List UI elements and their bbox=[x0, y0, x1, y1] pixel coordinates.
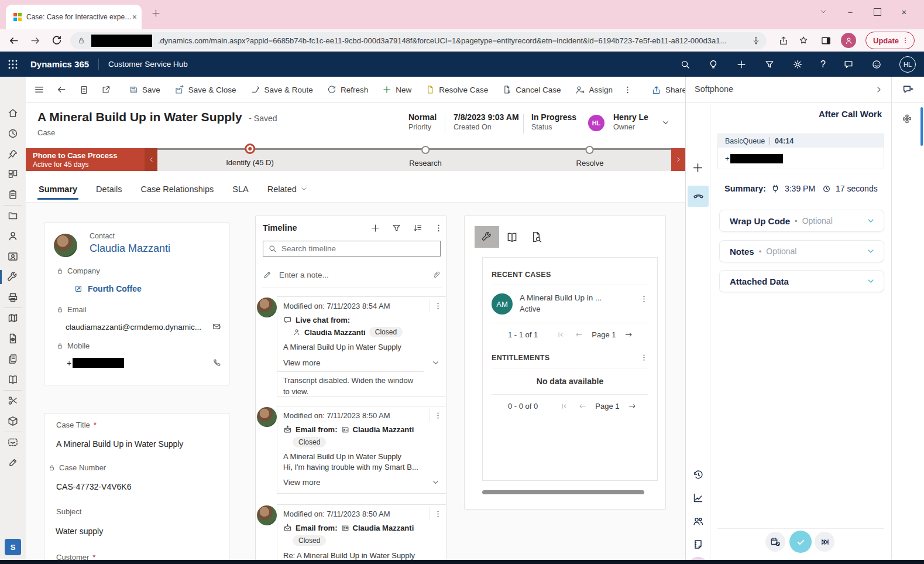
sidebar-item-knowledge-search-icon[interactable] bbox=[7, 333, 19, 344]
plugin-puzzle-icon[interactable] bbox=[901, 113, 913, 125]
new-button[interactable]: New bbox=[375, 77, 418, 103]
bpf-scroll-left-button[interactable] bbox=[145, 148, 157, 171]
tab-summary[interactable]: Summary bbox=[37, 179, 78, 200]
favorite-star-icon[interactable] bbox=[798, 35, 809, 46]
next-page-icon[interactable] bbox=[624, 330, 633, 339]
filter-icon[interactable] bbox=[764, 59, 775, 70]
sidebar-item-entitlements-icon[interactable] bbox=[7, 395, 19, 406]
chevron-down-icon[interactable] bbox=[431, 478, 440, 487]
timeline-entry-email[interactable]: Modified on: 7/11/2023 8:50 AM Email fro… bbox=[277, 504, 446, 560]
schedule-callback-button[interactable] bbox=[765, 532, 785, 552]
back-icon[interactable] bbox=[8, 35, 19, 46]
attached-data-accordion[interactable]: Attached Data bbox=[719, 270, 884, 292]
bpf-stage-identify[interactable]: Identify (45 D) bbox=[226, 143, 274, 167]
split-screen-icon[interactable] bbox=[820, 35, 832, 46]
open-in-new-icon[interactable] bbox=[98, 77, 114, 103]
paperclip-icon[interactable] bbox=[431, 270, 441, 279]
bpf-stage-research[interactable]: Research bbox=[409, 146, 442, 168]
sidebar-item-inbox-icon[interactable] bbox=[7, 436, 19, 448]
sidebar-item-activities-icon[interactable] bbox=[7, 189, 19, 200]
brand-title[interactable]: Dynamics 365 bbox=[30, 59, 89, 69]
tab-case-relationships[interactable]: Case Relationships bbox=[139, 179, 215, 200]
active-call-session-tab[interactable] bbox=[688, 186, 709, 207]
resolve-case-button[interactable]: Resolve Case bbox=[418, 77, 495, 103]
prev-page-icon[interactable] bbox=[575, 330, 583, 339]
contact-name-link[interactable]: Claudia Mazzanti bbox=[90, 242, 170, 255]
horizontal-scrollbar[interactable] bbox=[482, 490, 644, 494]
lightbulb-icon[interactable] bbox=[708, 59, 719, 70]
first-page-icon[interactable] bbox=[560, 402, 569, 411]
search-icon[interactable] bbox=[680, 59, 691, 70]
bpf-stage-resolve[interactable]: Resolve bbox=[576, 146, 604, 168]
waffle-icon[interactable] bbox=[7, 59, 19, 70]
tab-details[interactable]: Details bbox=[95, 179, 123, 200]
sidebar-item-pinned-icon[interactable] bbox=[7, 148, 19, 160]
sidebar-item-resources-icon[interactable] bbox=[7, 374, 19, 385]
chevron-down-icon[interactable] bbox=[866, 276, 875, 286]
settings-gear-icon[interactable] bbox=[792, 59, 803, 70]
entry-more-icon[interactable] bbox=[429, 507, 446, 520]
timeline-more-icon[interactable] bbox=[434, 223, 444, 233]
company-link[interactable]: Fourth Coffee bbox=[88, 284, 142, 293]
case-title-value[interactable]: A Mineral Build Up in Water Supply bbox=[56, 439, 183, 449]
email-value[interactable]: claudiamazzanti@crmdemo.dynamic... bbox=[66, 323, 211, 331]
sidebar-item-queues-icon[interactable] bbox=[7, 292, 19, 303]
browser-profile-avatar[interactable] bbox=[841, 33, 856, 48]
view-more-link[interactable]: View more bbox=[283, 358, 431, 367]
assign-button[interactable]: Assign bbox=[568, 77, 620, 103]
timeline-add-icon[interactable] bbox=[370, 223, 380, 233]
maximize-button[interactable] bbox=[868, 4, 886, 20]
refresh-icon[interactable] bbox=[51, 35, 62, 46]
chevron-down-icon[interactable] bbox=[866, 216, 875, 225]
bpf-scroll-right-button[interactable] bbox=[671, 148, 685, 171]
sidebar-item-recent-icon[interactable] bbox=[7, 128, 19, 139]
back-arrow-icon[interactable] bbox=[54, 77, 69, 103]
header-expand-chevron-icon[interactable] bbox=[661, 118, 670, 127]
browser-tab[interactable]: Case: Case for Interactive experie × bbox=[6, 5, 142, 29]
timeline-expand-collapse-icon[interactable] bbox=[413, 223, 423, 233]
tab-related-wrench[interactable] bbox=[475, 226, 499, 248]
service-area-badge[interactable]: S bbox=[5, 539, 21, 555]
save-and-route-button[interactable]: Save & Route bbox=[243, 77, 320, 103]
feedback-smiley-icon[interactable] bbox=[871, 59, 882, 70]
chevron-down-icon[interactable] bbox=[431, 358, 440, 367]
quick-create-plus-icon[interactable] bbox=[736, 59, 747, 70]
owner-link[interactable]: Henry Le bbox=[613, 112, 648, 122]
tab-related[interactable]: Related bbox=[266, 179, 309, 200]
view-more-link[interactable]: View more bbox=[283, 478, 431, 487]
tab-sla[interactable]: SLA bbox=[231, 179, 249, 200]
send-email-icon[interactable] bbox=[212, 322, 222, 331]
notes-journal-icon[interactable] bbox=[692, 539, 704, 551]
sidebar-item-compose-icon[interactable] bbox=[7, 457, 19, 469]
tab-knowledge-search-icon[interactable] bbox=[530, 231, 542, 243]
row-more-icon[interactable] bbox=[640, 295, 648, 303]
timeline-search-input[interactable] bbox=[280, 244, 440, 254]
complete-acw-button[interactable] bbox=[789, 531, 812, 553]
user-avatar[interactable]: HL bbox=[899, 56, 916, 73]
sidebar-item-templates-icon[interactable] bbox=[7, 353, 19, 365]
subject-value[interactable]: Water supply bbox=[56, 527, 103, 536]
teams-chat-icon[interactable] bbox=[843, 59, 854, 70]
analytics-icon[interactable] bbox=[692, 492, 704, 504]
browser-menu-chevron-icon[interactable] bbox=[815, 4, 832, 20]
entry-more-icon[interactable] bbox=[429, 299, 446, 312]
save-and-close-button[interactable]: Save & Close bbox=[167, 77, 243, 103]
chevron-down-icon[interactable] bbox=[866, 247, 875, 256]
microphone-icon[interactable] bbox=[751, 36, 761, 45]
first-page-icon[interactable] bbox=[557, 330, 565, 339]
recent-case-title[interactable]: A Mineral Build Up in ... bbox=[520, 293, 640, 302]
collapse-panel-chevron-icon[interactable] bbox=[874, 85, 884, 94]
cancel-case-button[interactable]: Cancel Case bbox=[495, 77, 568, 103]
sidebar-item-contacts-icon[interactable] bbox=[7, 230, 19, 242]
tab-knowledge-book-icon[interactable] bbox=[506, 231, 518, 244]
history-icon[interactable] bbox=[692, 469, 704, 481]
sidebar-item-social-profiles-icon[interactable] bbox=[7, 251, 19, 262]
rail-scrollbar[interactable] bbox=[920, 107, 923, 146]
call-phone-icon[interactable] bbox=[212, 358, 222, 368]
timeline-filter-icon[interactable] bbox=[391, 223, 401, 233]
share-page-icon[interactable] bbox=[778, 35, 789, 46]
forward-icon[interactable] bbox=[30, 35, 41, 46]
sidebar-item-cases-icon[interactable] bbox=[7, 271, 19, 283]
save-button[interactable]: Save bbox=[122, 77, 167, 103]
sidebar-item-knowledge-articles-icon[interactable] bbox=[7, 312, 19, 324]
